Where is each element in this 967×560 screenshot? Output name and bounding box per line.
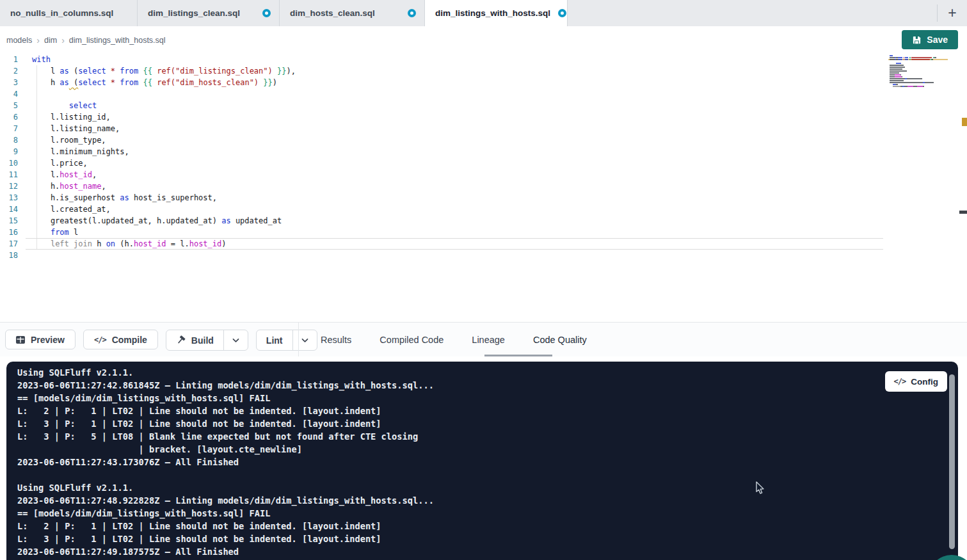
- code-line[interactable]: select: [26, 100, 883, 111]
- code-token: {{: [143, 67, 152, 76]
- tab-dim_listings_clean.sql[interactable]: dim_listings_clean.sql: [138, 0, 280, 26]
- editor-tab-bar: no_nulls_in_columns.sqldim_listings_clea…: [0, 0, 967, 26]
- terminal-scrollbar[interactable]: [949, 374, 955, 549]
- active-tab-underline: [484, 355, 552, 356]
- code-token: host_is_superhost,: [129, 193, 217, 202]
- minimap-token: [890, 76, 895, 77]
- tab-no_nulls_in_columns.sql[interactable]: no_nulls_in_columns.sql: [0, 0, 138, 26]
- minimap-line: [888, 57, 948, 58]
- minimap-line: [888, 82, 948, 83]
- breadcrumb-bar: models›dim›dim_listings_with_hosts.sql S…: [0, 26, 967, 54]
- code-token: left join: [51, 239, 92, 248]
- tab-dim_hosts_clean.sql[interactable]: dim_hosts_clean.sql: [280, 0, 425, 26]
- code-token: select: [78, 78, 106, 87]
- minimap-token: [893, 86, 900, 87]
- line-number: 14: [0, 204, 26, 215]
- line-number: 5: [0, 100, 26, 111]
- line-number: 10: [0, 157, 26, 169]
- tab-lineage[interactable]: Lineage: [468, 334, 509, 346]
- code-editor[interactable]: 123456789101112131415161718 with l as (s…: [0, 54, 967, 322]
- code-line[interactable]: from l: [26, 227, 883, 238]
- tab-label: dim_hosts_clean.sql: [290, 8, 375, 18]
- code-line[interactable]: l.price,: [26, 157, 883, 169]
- code-token: l.room_type,: [32, 136, 106, 145]
- minimap-token: [932, 59, 932, 60]
- code-line[interactable]: h as (select * from {{ ref("dim_hosts_cl…: [26, 77, 883, 88]
- lint-dropdown-button[interactable]: [292, 330, 317, 350]
- code-token: h.: [32, 182, 60, 191]
- code-line[interactable]: [26, 88, 883, 100]
- code-line[interactable]: l as (select * from {{ ref("dim_listings…: [26, 65, 883, 77]
- action-bar-divider: [298, 323, 299, 356]
- preview-button[interactable]: Preview: [5, 330, 76, 349]
- lint-button-group: Lint: [256, 330, 317, 351]
- tab-bar-divider: [937, 4, 938, 22]
- config-label: Config: [911, 377, 938, 387]
- code-line[interactable]: h.host_name,: [26, 180, 883, 192]
- code-token: *: [111, 78, 115, 87]
- minimap-line: [888, 78, 948, 79]
- minimap-line: [888, 72, 948, 74]
- code-token: (: [69, 67, 78, 76]
- result-tabs: ResultsCompiled CodeLineageCode Quality: [317, 323, 591, 356]
- terminal-panel: Using SQLFluff v2.1.1. 2023-06-06T11:27:…: [6, 362, 958, 560]
- minimap-token: [925, 82, 934, 83]
- code-token: l.created_at,: [32, 205, 111, 214]
- code-token: }}: [277, 67, 286, 76]
- minimap-line: [888, 88, 948, 89]
- minimap-line: [888, 65, 948, 66]
- table-icon: [16, 336, 25, 344]
- minimap-token: [907, 78, 922, 79]
- tab-results[interactable]: Results: [317, 334, 355, 346]
- action-buttons: Preview </> Compile Build: [5, 330, 317, 351]
- code-line[interactable]: l.host_id,: [26, 169, 883, 180]
- code-line[interactable]: greatest(l.updated_at, h.updated_at) as …: [26, 215, 883, 227]
- code-brackets-icon: </>: [94, 335, 106, 344]
- action-bar: Preview </> Compile Build: [0, 322, 967, 356]
- minimap-token: [890, 70, 907, 72]
- code-line[interactable]: [26, 250, 883, 261]
- tab-dim_listings_with_hosts.sql[interactable]: dim_listings_with_hosts.sql: [425, 0, 568, 26]
- code-token: select: [78, 67, 106, 76]
- code-line[interactable]: left join h on (h.host_id = l.host_id): [26, 238, 883, 250]
- config-button[interactable]: </> Config: [885, 371, 947, 392]
- tab-compiled-code[interactable]: Compiled Code: [376, 334, 447, 346]
- code-lines[interactable]: with l as (select * from {{ ref("dim_lis…: [26, 54, 883, 261]
- line-number: 15: [0, 215, 26, 227]
- save-button[interactable]: Save: [902, 30, 958, 49]
- minimap-token: [917, 86, 923, 87]
- compile-button[interactable]: </> Compile: [83, 330, 158, 349]
- code-token: ): [273, 78, 277, 87]
- code-line[interactable]: l.minimum_nights,: [26, 146, 883, 157]
- minimap-token: [890, 72, 899, 74]
- minimap-line: [888, 76, 948, 77]
- code-line[interactable]: l.listing_name,: [26, 123, 883, 134]
- minimap[interactable]: [888, 55, 948, 90]
- breadcrumb-segment: models: [6, 36, 32, 45]
- modified-dot-icon: [558, 9, 566, 17]
- minimap-token: [934, 57, 936, 58]
- code-token: from: [120, 78, 138, 87]
- minimap-token: [902, 76, 902, 77]
- code-token: host_id: [189, 239, 222, 248]
- code-line[interactable]: l.listing_id,: [26, 111, 883, 123]
- lint-button[interactable]: Lint: [257, 330, 292, 350]
- code-line[interactable]: l.created_at,: [26, 204, 883, 215]
- code-token: as: [221, 216, 230, 225]
- breadcrumb-chevron-icon: ›: [61, 35, 65, 45]
- code-line[interactable]: h.is_superhost as host_is_superhost,: [26, 192, 883, 204]
- code-token: {{: [143, 78, 152, 87]
- code-line[interactable]: with: [26, 54, 883, 65]
- code-token: h.is_superhost: [32, 193, 120, 202]
- tab-code-quality[interactable]: Code Quality: [529, 334, 591, 346]
- code-line[interactable]: l.room_type,: [26, 134, 883, 146]
- build-dropdown-button[interactable]: [223, 330, 248, 350]
- code-token: ,: [92, 170, 97, 179]
- build-button[interactable]: Build: [166, 330, 223, 350]
- new-tab-button[interactable]: +: [943, 3, 961, 24]
- code-token: l: [32, 67, 60, 76]
- minimap-line: [888, 80, 948, 81]
- code-token: [32, 101, 69, 110]
- code-token: as: [60, 67, 68, 76]
- minimap-token: [890, 59, 895, 60]
